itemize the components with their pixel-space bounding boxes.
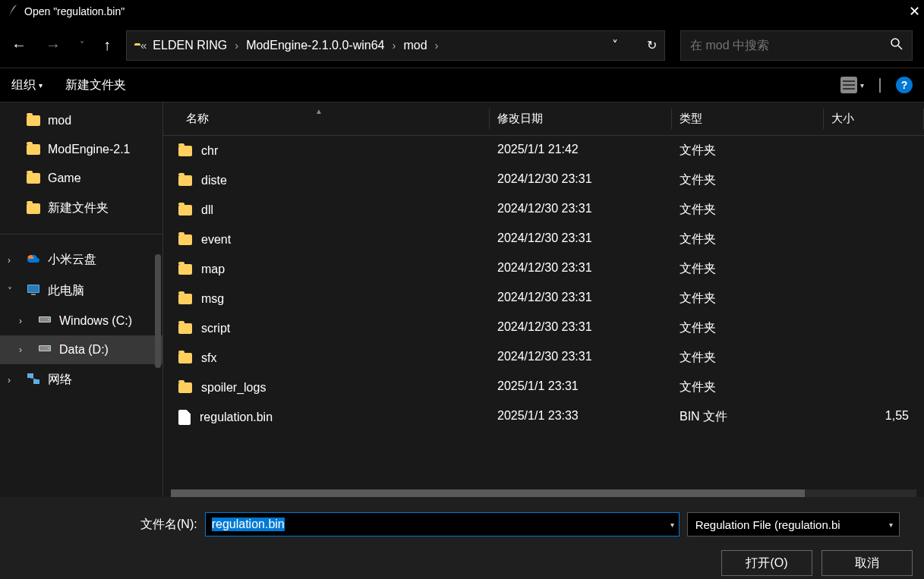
open-button[interactable]: 打开(O) <box>721 550 812 576</box>
cancel-button[interactable]: 取消 <box>822 550 913 576</box>
file-name: event <box>201 233 231 247</box>
preview-icon <box>879 78 881 93</box>
window-title: Open "regulation.bin" <box>24 5 125 17</box>
file-type: 文件夹 <box>672 291 824 307</box>
preview-pane-button[interactable] <box>879 79 881 92</box>
refresh-button[interactable]: ↻ <box>647 38 657 52</box>
file-size <box>824 350 924 366</box>
file-type: BIN 文件 <box>672 409 824 425</box>
search-box[interactable] <box>680 30 913 61</box>
forward-button[interactable]: → <box>46 36 61 54</box>
folder-icon <box>178 264 192 275</box>
column-date[interactable]: 修改日期 <box>490 109 672 129</box>
search-icon[interactable] <box>891 38 903 52</box>
file-date: 2024/12/30 23:31 <box>490 320 672 336</box>
file-row[interactable]: msg 2024/12/30 23:31 文件夹 <box>163 284 924 313</box>
recent-dropdown-icon[interactable]: ˅ <box>80 40 84 51</box>
search-input[interactable] <box>690 39 891 52</box>
file-row[interactable]: script 2024/12/30 23:31 文件夹 <box>163 313 924 343</box>
filename-dropdown-icon[interactable]: ▾ <box>670 521 674 529</box>
file-size <box>824 143 924 159</box>
file-list: ▲ 名称 修改日期 类型 大小 chr 2025/1/1 21:42 文件夹 d… <box>163 102 924 497</box>
file-type: 文件夹 <box>672 143 824 159</box>
chevron-right-icon[interactable]: › <box>435 39 439 52</box>
file-row[interactable]: event 2024/12/30 23:31 文件夹 <box>163 225 924 254</box>
back-button[interactable]: ← <box>11 36 27 54</box>
sidebar-folder-item[interactable]: mod <box>0 106 162 135</box>
file-date: 2024/12/30 23:31 <box>490 172 672 188</box>
file-name: diste <box>201 174 227 187</box>
svg-line-16 <box>30 378 36 379</box>
horizontal-scrollbar[interactable] <box>171 489 916 497</box>
sidebar-location-item[interactable]: ›网络 <box>0 364 162 395</box>
file-size <box>824 320 924 336</box>
svg-rect-15 <box>33 379 39 384</box>
filename-input[interactable] <box>206 518 679 531</box>
file-size <box>824 379 924 395</box>
address-bar[interactable]: « ELDEN RING › ModEngine-2.1.0.0-win64 ›… <box>126 30 665 61</box>
sidebar-item-label: 网络 <box>48 372 72 388</box>
chevron-right-icon[interactable]: › <box>392 39 396 52</box>
expand-icon[interactable]: › <box>8 375 11 385</box>
expand-icon[interactable]: › <box>19 345 22 355</box>
view-options-button[interactable]: ▾ <box>840 77 864 93</box>
file-type-filter[interactable]: Regulation File (regulation.bi ▾ <box>687 512 900 537</box>
breadcrumb-segment[interactable]: mod <box>403 39 427 52</box>
column-name[interactable]: ▲ 名称 <box>163 109 490 129</box>
breadcrumb-overflow[interactable]: « <box>140 39 147 52</box>
sidebar-location-item[interactable]: ›Windows (C:) <box>0 307 162 335</box>
help-button[interactable]: ? <box>896 77 913 93</box>
sidebar-item-label: ModEngine-2.1 <box>48 143 131 156</box>
breadcrumb-segment[interactable]: ELDEN RING <box>153 39 227 52</box>
file-name: regulation.bin <box>200 411 273 424</box>
expand-icon[interactable]: ˅ <box>8 286 12 297</box>
svg-rect-4 <box>843 88 855 90</box>
file-type: 文件夹 <box>672 172 824 188</box>
sidebar-folder-item[interactable]: ModEngine-2.1 <box>0 135 162 164</box>
breadcrumb-segment[interactable]: ModEngine-2.1.0.0-win64 <box>246 39 384 52</box>
sidebar-scrollbar[interactable] <box>155 254 161 368</box>
folder-icon <box>178 175 192 186</box>
sidebar-folder-item[interactable]: Game <box>0 164 162 193</box>
file-row[interactable]: chr 2025/1/1 21:42 文件夹 <box>163 136 924 165</box>
expand-icon[interactable]: › <box>19 316 22 326</box>
file-date: 2024/12/30 23:31 <box>490 231 672 247</box>
column-type[interactable]: 类型 <box>672 109 824 129</box>
sidebar-location-item[interactable]: ›小米云盘 <box>0 244 162 275</box>
file-name: chr <box>201 144 218 158</box>
sidebar-location-item[interactable]: ˅此电脑 <box>0 275 162 307</box>
dialog-footer: 文件名(N): ▾ Regulation File (regulation.bi… <box>0 497 924 579</box>
file-row[interactable]: spoiler_logs 2025/1/1 23:31 文件夹 <box>163 373 924 402</box>
chevron-right-icon[interactable]: › <box>235 39 238 52</box>
navigation-bar: ← → ˅ ↑ « ELDEN RING › ModEngine-2.1.0.0… <box>0 23 924 68</box>
folder-icon <box>178 205 192 216</box>
file-type: 文件夹 <box>672 320 824 336</box>
file-row[interactable]: diste 2024/12/30 23:31 文件夹 <box>163 165 924 195</box>
file-date: 2024/12/30 23:31 <box>490 350 672 366</box>
up-button[interactable]: ↑ <box>103 36 111 54</box>
sidebar-item-label: 新建文件夹 <box>48 200 109 216</box>
file-name: script <box>201 322 230 335</box>
file-row[interactable]: regulation.bin 2025/1/1 23:33 BIN 文件 1,5… <box>163 402 924 432</box>
expand-icon[interactable]: › <box>8 255 11 266</box>
close-icon[interactable]: ✕ <box>909 3 920 20</box>
folder-icon <box>178 323 192 334</box>
svg-rect-7 <box>31 294 36 295</box>
file-row[interactable]: dll 2024/12/30 23:31 文件夹 <box>163 195 924 225</box>
file-size <box>824 202 924 218</box>
filename-input-wrap[interactable]: ▾ <box>205 512 680 537</box>
organize-menu[interactable]: 组织 ▾ <box>11 77 43 93</box>
file-date: 2025/1/1 23:33 <box>490 409 672 425</box>
svg-point-10 <box>48 319 49 320</box>
sidebar-location-item[interactable]: ›Data (D:) <box>0 335 162 364</box>
nav-arrows: ← → ˅ ↑ <box>11 36 111 54</box>
svg-rect-14 <box>27 373 33 378</box>
file-row[interactable]: map 2024/12/30 23:31 文件夹 <box>163 254 924 284</box>
file-type: 文件夹 <box>672 231 824 247</box>
sidebar-folder-item[interactable]: 新建文件夹 <box>0 193 162 224</box>
folder-icon <box>178 382 192 393</box>
new-folder-button[interactable]: 新建文件夹 <box>65 77 126 93</box>
address-dropdown-icon[interactable]: ˅ <box>612 38 618 52</box>
file-row[interactable]: sfx 2024/12/30 23:31 文件夹 <box>163 343 924 373</box>
column-size[interactable]: 大小 <box>824 109 924 129</box>
